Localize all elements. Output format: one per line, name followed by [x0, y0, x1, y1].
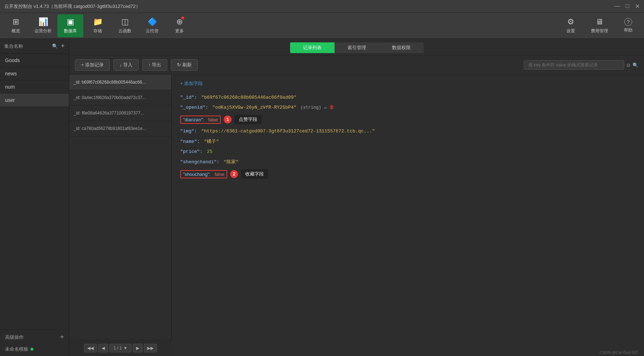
- dianzan-highlight: "dianzan": false: [180, 116, 221, 124]
- field-row-price: "price": 25: [180, 147, 635, 156]
- toolbar-btn-more[interactable]: ⊕ 更多: [167, 14, 192, 37]
- add-field-label: + 添加字段: [180, 80, 203, 87]
- field-value-dianzan: false: [207, 117, 218, 122]
- toolbar-label-settings: 设置: [566, 28, 575, 34]
- record-label-4: _id: ca780ad56278b91801af83ee1e...: [74, 126, 146, 131]
- tab-index[interactable]: 索引管理: [335, 42, 379, 53]
- toolbar-btn-analytics[interactable]: 📊 运营分析: [30, 14, 56, 37]
- field-row-img: "img": "https://6361-catgod007-3gt6f3u31…: [180, 126, 635, 136]
- import-btn[interactable]: ↓ 导入: [113, 59, 139, 71]
- pagination-prev-btn[interactable]: ◀: [98, 344, 108, 352]
- record-label-1: _id: b69f67c06268c88b005446ac66...: [74, 80, 146, 85]
- field-key-shouchang: "shouchang":: [183, 172, 210, 177]
- record-list: _id: b69f67c06268c88b005446ac66... _id: …: [69, 75, 172, 356]
- field-key-dianzan: "dianzan":: [183, 117, 204, 122]
- sidebar-template: 未命名模板: [5, 346, 33, 352]
- toolbar-btn-overview[interactable]: ⊞ 概览: [3, 14, 29, 37]
- toolbar-label-cloudmgr: 云托管: [146, 28, 159, 34]
- sidebar-search-icon[interactable]: 🔍: [52, 43, 58, 49]
- more-badge-dot: [181, 17, 184, 19]
- toolbar-label-storage: 存储: [93, 28, 102, 34]
- pagination-dropdown-icon[interactable]: ▼: [123, 346, 127, 351]
- field-key-openid: "_openid":: [180, 105, 208, 110]
- toolbar-label-help: 帮助: [624, 27, 633, 33]
- search-input[interactable]: [524, 60, 624, 70]
- sidebar-spacer: [0, 107, 69, 329]
- sidebar-item-label-news: news: [5, 71, 17, 76]
- title-bar: 云开发控制台 v1.4.73（当前环境 catgod007-3gt6f3u312…: [0, 0, 644, 13]
- record-item-2[interactable]: _id: 0a4ec1f9626a370b00add72c37...: [69, 90, 171, 106]
- toolbar-btn-help[interactable]: ? 帮助: [615, 14, 641, 37]
- shouchang-highlight: "shouchang": false: [180, 170, 227, 178]
- field-row-name: "name": "橘子": [180, 136, 635, 147]
- sidebar-footer-label: 高级操作: [5, 334, 24, 341]
- sidebar: 集合名称 🔍 + Goods news num user 高级操作 +: [0, 39, 69, 356]
- tab-records[interactable]: 记录列表: [290, 42, 335, 53]
- footer-label: CSDN @Cat God 007: [599, 350, 638, 355]
- pagination-info-text: 1 / 1: [113, 346, 122, 351]
- window-controls: — □ ✕: [614, 3, 640, 10]
- functions-icon: ◫: [121, 17, 129, 27]
- search-icons: ⊙ 🔍: [626, 62, 638, 68]
- sidebar-item-goods[interactable]: Goods: [0, 54, 69, 67]
- sidebar-header-label: 集合名称: [4, 43, 23, 50]
- toolbar-btn-database[interactable]: ▣ 数据库: [57, 14, 83, 37]
- tab-permissions[interactable]: 数据权限: [379, 42, 424, 53]
- field-row-dianzan: "dianzan": false 1 点赞字段: [180, 113, 635, 126]
- action-bar: + 添加记录 ↓ 导入 ↑ 导出 ↻ 刷新 ⊙ 🔍: [69, 56, 644, 75]
- sidebar-footer: 高级操作 +: [0, 329, 69, 345]
- field-value-id: "b69f67c06268c88b005446ac66f0ad09": [199, 95, 297, 100]
- record-item-3[interactable]: _id: f6e08a64626a3771008197377...: [69, 106, 171, 121]
- refresh-btn[interactable]: ↻ 刷新: [171, 59, 198, 71]
- database-icon: ▣: [67, 17, 74, 27]
- annotation-label-1: 点赞字段: [234, 115, 262, 124]
- toolbar-label-analytics: 运营分析: [34, 28, 52, 34]
- field-actions-openid: ✏ 🗑: [324, 104, 334, 111]
- sidebar-header-icons: 🔍 +: [52, 42, 65, 50]
- add-record-btn[interactable]: + 添加记录: [75, 59, 110, 71]
- main-toolbar: ⊞ 概览 📊 运营分析 ▣ 数据库 📁 存储 ◫ 云函数 🔷 云托管 ⊕ 更多: [0, 13, 644, 39]
- search-icon[interactable]: ⊙: [626, 62, 630, 68]
- overview-icon: ⊞: [13, 17, 19, 27]
- analytics-icon: 📊: [38, 17, 48, 27]
- close-btn[interactable]: ✕: [635, 3, 640, 10]
- record-item-1[interactable]: _id: b69f67c06268c88b005446ac66...: [69, 75, 171, 90]
- toolbar-btn-functions[interactable]: ◫ 云函数: [112, 14, 138, 37]
- pagination-next-btn[interactable]: ▶: [133, 344, 143, 352]
- delete-openid-icon[interactable]: 🗑: [329, 104, 334, 111]
- add-field-btn[interactable]: + 添加字段: [180, 80, 635, 87]
- toolbar-btn-settings[interactable]: ⚙ 设置: [558, 14, 584, 37]
- field-value-shengchandi: "陈家": [221, 159, 238, 165]
- more-icon: ⊕: [176, 17, 183, 27]
- sidebar-item-num[interactable]: num: [0, 80, 69, 94]
- field-row-id: "_id": "b69f67c06268c88b005446ac66f0ad09…: [180, 93, 635, 102]
- field-value-shouchang: false: [213, 172, 224, 177]
- edit-openid-icon[interactable]: ✏: [324, 104, 327, 111]
- export-btn[interactable]: ↑ 导出: [142, 59, 167, 71]
- maximize-btn[interactable]: □: [626, 3, 629, 10]
- sidebar-item-news[interactable]: news: [0, 67, 69, 80]
- toolbar-btn-cloudmgr[interactable]: 🔷 云托管: [139, 14, 165, 37]
- field-key-name: "name":: [180, 139, 200, 144]
- search-area: ⊙ 🔍: [524, 60, 638, 70]
- search-lens-icon[interactable]: 🔍: [633, 62, 638, 68]
- sidebar-header-left: 集合名称: [4, 43, 23, 50]
- record-label-2: _id: 0a4ec1f9626a370b00add72c37...: [74, 95, 146, 100]
- sidebar-item-user[interactable]: user: [0, 94, 69, 107]
- sidebar-footer-add-icon[interactable]: +: [60, 333, 64, 341]
- main-layout: 集合名称 🔍 + Goods news num user 高级操作 +: [0, 39, 644, 356]
- pagination-first-btn[interactable]: ◀◀: [84, 344, 97, 352]
- field-key-price: "price":: [180, 149, 202, 154]
- toolbar-label-database: 数据库: [64, 28, 77, 34]
- record-item-4[interactable]: _id: ca780ad56278b91801af83ee1e...: [69, 121, 171, 136]
- minimize-btn[interactable]: —: [614, 3, 620, 10]
- sidebar-add-icon[interactable]: +: [61, 42, 65, 50]
- pagination-last-btn[interactable]: ▶▶: [144, 344, 157, 352]
- pagination-info: 1 / 1 ▼: [109, 344, 131, 352]
- split-pane: _id: b69f67c06268c88b005446ac66... _id: …: [69, 75, 644, 356]
- field-row-shouchang: "shouchang": false 2 收藏字段: [180, 167, 635, 181]
- toolbar-btn-storage[interactable]: 📁 存储: [85, 14, 111, 37]
- field-row-shengchandi: "shengchandi": "陈家": [180, 156, 635, 167]
- toolbar-btn-billing[interactable]: 🖥 费用管理: [587, 14, 612, 37]
- field-value-img: "https://6361-catgod007-3gt6f3u3127ced72…: [199, 128, 375, 134]
